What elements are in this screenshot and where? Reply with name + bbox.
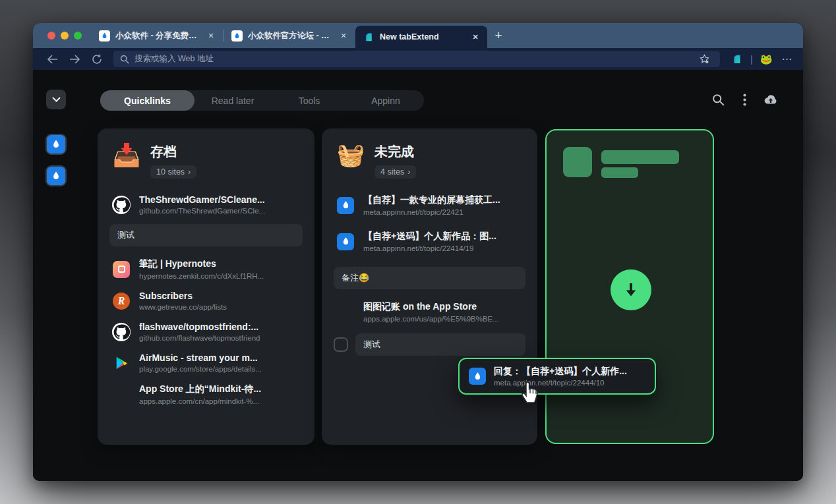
window-controls bbox=[33, 23, 91, 48]
link-title: 筆記 | Hypernotes bbox=[139, 258, 300, 270]
link-url: meta.appinn.net/t/topic/22414/19 bbox=[363, 244, 523, 252]
link-title: 【自荐】一款专业的屏幕捕获工... bbox=[363, 194, 523, 206]
google-play-icon bbox=[112, 354, 131, 372]
todo-text: 测试 bbox=[355, 333, 525, 356]
link-title: AirMusic - stream your m... bbox=[139, 352, 300, 363]
link-title: 图图记账 on the App Store bbox=[363, 301, 523, 313]
close-window-button[interactable] bbox=[47, 32, 55, 40]
revue-icon: R bbox=[112, 292, 131, 310]
zoom-window-button[interactable] bbox=[74, 32, 82, 40]
github-icon bbox=[112, 323, 131, 341]
link-title: Subscribers bbox=[139, 291, 300, 301]
url-placeholder: 搜索或输入 Web 地址 bbox=[134, 53, 690, 65]
appinn-drop-icon bbox=[231, 30, 243, 42]
overflow-menu-icon[interactable]: ⋯ bbox=[778, 51, 796, 68]
back-icon[interactable] bbox=[42, 51, 62, 68]
link-url: www.getrevue.co/app/lists bbox=[139, 303, 300, 311]
hand-cursor bbox=[520, 378, 542, 405]
placeholder-bar-short bbox=[601, 167, 638, 178]
link-item[interactable]: R Subscribers www.getrevue.co/app/lists bbox=[109, 285, 303, 316]
link-item[interactable]: 筆記 | Hypernotes hypernotes.zenkit.com/c/… bbox=[109, 253, 303, 285]
note-item[interactable]: 备注😂 bbox=[334, 267, 525, 289]
link-item[interactable]: AirMusic - stream your m... play.google.… bbox=[109, 347, 303, 378]
link-url: meta.appinn.net/t/topic/22421 bbox=[363, 208, 523, 216]
workspace-tabs: Quicklinks Read later Tools Appinn bbox=[100, 90, 424, 111]
link-url: github.com/TheShrewdGamer/SCle... bbox=[139, 207, 300, 215]
minimize-window-button[interactable] bbox=[61, 32, 69, 40]
close-tab-icon[interactable]: ✕ bbox=[470, 32, 481, 42]
group-emoji: 🧺 bbox=[336, 142, 365, 168]
link-url: hypernotes.zenkit.com/c/dXxLf1RH... bbox=[139, 272, 300, 280]
drag-title: 回复：【自荐+送码】个人新作... bbox=[494, 366, 645, 378]
toolbar-separator: | bbox=[749, 53, 754, 65]
link-url: github.com/flashwave/topmostfriend bbox=[139, 334, 300, 342]
kebab-menu-icon[interactable] bbox=[736, 91, 753, 108]
link-title: TheShrewdGamer/SCleane... bbox=[139, 194, 300, 205]
tab-quicklinks[interactable]: Quicklinks bbox=[100, 90, 194, 111]
link-url: play.google.com/store/apps/details... bbox=[139, 365, 300, 373]
drag-url: meta.appinn.net/t/topic/22444/10 bbox=[494, 379, 645, 387]
new-tab-page: Quicklinks Read later Tools Appinn 📥 存档 … bbox=[33, 70, 803, 481]
dragged-link-card[interactable]: 回复：【自荐+送码】个人新作... meta.appinn.net/t/topi… bbox=[458, 358, 656, 395]
link-url: apps.apple.com/cn/app/mindkit-%... bbox=[139, 397, 300, 405]
link-item[interactable]: flashwave/topmostfriend:... github.com/f… bbox=[109, 316, 303, 347]
group-card-unfinished: 🧺 未完成 4 sites› 【自荐】一款专业的屏幕捕获工... meta.ap… bbox=[322, 128, 537, 445]
sidebar-appinn-drop-icon-2[interactable] bbox=[47, 167, 65, 185]
link-item[interactable]: 【自荐】一款专业的屏幕捕获工... meta.appinn.net/t/topi… bbox=[334, 189, 525, 221]
appinn-drop-icon bbox=[99, 30, 110, 42]
reload-icon[interactable] bbox=[87, 51, 107, 68]
group-title: 存档 bbox=[150, 143, 196, 161]
todo-item[interactable]: 测试 bbox=[334, 333, 525, 356]
link-item[interactable]: 【自荐+送码】个人新作品：图... meta.appinn.net/t/topi… bbox=[334, 225, 525, 258]
sites-badge[interactable]: 4 sites› bbox=[374, 165, 416, 179]
search-icon[interactable] bbox=[709, 91, 727, 108]
forward-icon[interactable] bbox=[65, 51, 84, 68]
github-icon bbox=[112, 196, 131, 214]
close-tab-icon[interactable]: ✕ bbox=[206, 30, 216, 41]
cloud-upload-icon[interactable] bbox=[762, 91, 779, 108]
tab-title: 小众软件 - 分享免费、小巧、实 bbox=[115, 30, 200, 42]
tab-title: 小众软件官方论坛 - 小众软件 bbox=[248, 30, 333, 42]
tab-tools[interactable]: Tools bbox=[271, 90, 347, 111]
url-bar[interactable]: 搜索或输入 Web 地址 bbox=[113, 51, 720, 67]
link-item[interactable]: 图图记账 on the App Store apps.apple.com/us/… bbox=[334, 296, 525, 328]
bookmark-star-icon[interactable] bbox=[695, 51, 713, 68]
group-title: 未完成 bbox=[374, 143, 416, 161]
close-tab-icon[interactable]: ✕ bbox=[338, 30, 349, 41]
sidebar-collapse-button[interactable] bbox=[46, 90, 66, 109]
tab-appinn[interactable]: Appinn bbox=[347, 90, 424, 111]
browser-window: 小众软件 - 分享免费、小巧、实 ✕ 小众软件官方论坛 - 小众软件 ✕ New… bbox=[33, 23, 803, 481]
browser-tab-1[interactable]: 小众软件 - 分享免费、小巧、实 ✕ bbox=[91, 23, 223, 48]
browser-tab-2[interactable]: 小众软件官方论坛 - 小众软件 ✕ bbox=[224, 23, 355, 48]
tab-strip: 小众软件 - 分享免费、小巧、实 ✕ 小众软件官方论坛 - 小众软件 ✕ New… bbox=[33, 23, 803, 48]
placeholder-square bbox=[563, 147, 592, 177]
zenkit-icon bbox=[112, 260, 131, 279]
browser-toolbar: 搜索或输入 Web 地址 | 🐸 ⋯ bbox=[33, 48, 803, 70]
new-tab-button[interactable]: + bbox=[487, 23, 510, 48]
note-item[interactable]: 测试 bbox=[109, 224, 303, 246]
link-url: apps.apple.com/us/app/%E5%9B%BE... bbox=[363, 315, 523, 323]
link-title: 【自荐+送码】个人新作品：图... bbox=[363, 231, 523, 242]
tab-read-later[interactable]: Read later bbox=[194, 90, 271, 111]
drop-here-arrow-icon bbox=[611, 269, 651, 310]
placeholder-bar-long bbox=[601, 150, 679, 164]
link-title: flashwave/topmostfriend:... bbox=[139, 322, 300, 332]
appinn-drop-icon bbox=[336, 233, 355, 251]
sites-badge[interactable]: 10 sites› bbox=[150, 165, 196, 179]
todo-checkbox[interactable] bbox=[334, 337, 348, 352]
drag-drop-target-zone[interactable] bbox=[545, 129, 714, 444]
link-title: App Store 上的“Mindkit-待... bbox=[139, 383, 300, 395]
group-emoji: 📥 bbox=[112, 142, 141, 168]
link-item[interactable]: TheShrewdGamer/SCleane... github.com/The… bbox=[109, 189, 303, 220]
appinn-drop-icon bbox=[469, 368, 486, 385]
tab-title: New tabExtend bbox=[380, 32, 465, 42]
tabextend-icon bbox=[363, 32, 374, 43]
frog-avatar[interactable]: 🐸 bbox=[757, 51, 775, 68]
group-card-archive: 📥 存档 10 sites› TheShrewdGamer/SCleane...… bbox=[98, 128, 314, 445]
link-item[interactable]: App Store 上的“Mindkit-待... apps.apple.com… bbox=[109, 378, 303, 410]
appinn-drop-icon bbox=[336, 196, 355, 215]
browser-tab-active[interactable]: New tabExtend ✕ bbox=[355, 26, 487, 48]
tabextend-logo-icon[interactable] bbox=[728, 51, 746, 68]
sidebar-appinn-drop-icon[interactable] bbox=[47, 135, 65, 154]
search-icon bbox=[120, 55, 129, 64]
